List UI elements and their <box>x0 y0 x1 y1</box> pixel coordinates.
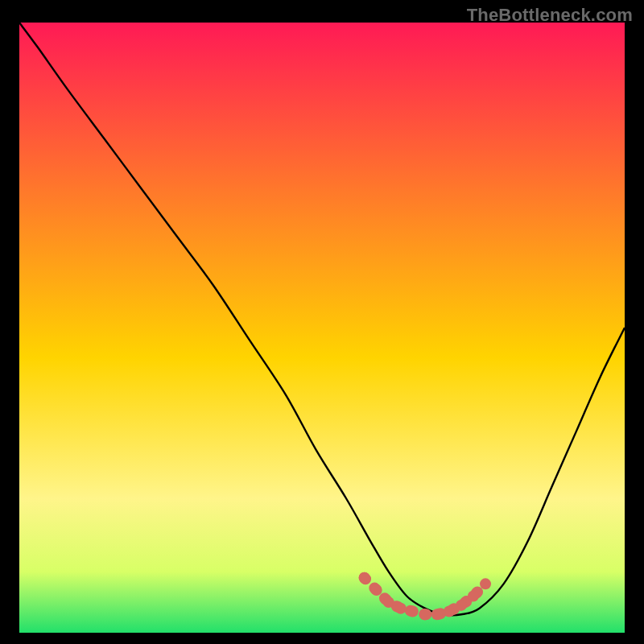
marker-dot <box>419 609 431 620</box>
gradient-background <box>19 23 625 633</box>
marker-dot <box>431 609 443 620</box>
marker-dot <box>444 605 455 617</box>
marker-dot <box>371 584 382 596</box>
marker-dot <box>383 597 394 608</box>
marker-dot <box>468 591 479 602</box>
bottleneck-chart-svg <box>19 23 625 633</box>
marker-dot <box>395 603 407 614</box>
marker-dot <box>407 605 419 617</box>
marker-dot <box>480 578 491 589</box>
chart-container: TheBottleneck.com <box>0 0 644 644</box>
plot-area <box>19 23 625 633</box>
marker-dot <box>456 600 467 611</box>
marker-dot <box>359 572 370 584</box>
